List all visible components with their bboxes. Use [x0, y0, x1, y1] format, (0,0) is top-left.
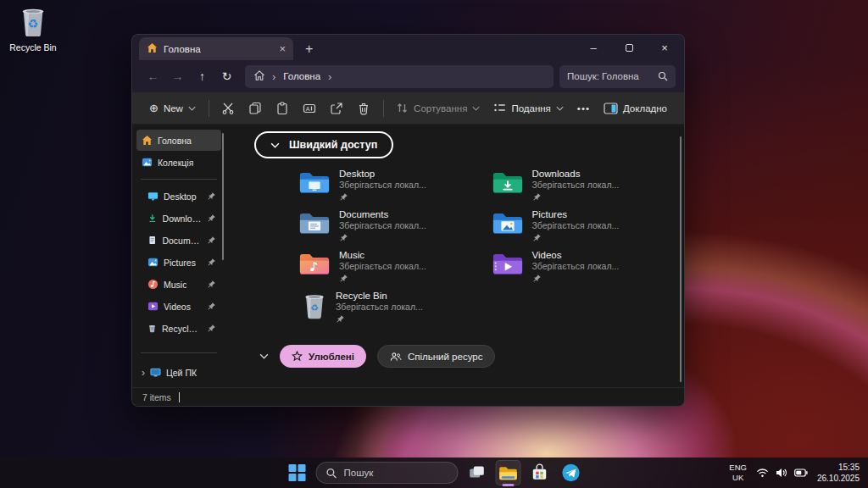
sidebar-item-home[interactable]: Головна — [136, 130, 221, 151]
favorites-row: Улюблені Спільний ресурс — [259, 345, 684, 368]
tray-icons[interactable] — [756, 468, 808, 478]
breadcrumb-separator: › — [272, 70, 275, 83]
content-scrollbar[interactable] — [680, 136, 682, 382]
search-input[interactable]: Пошук: Головна — [559, 65, 676, 88]
status-bar: 7 items — [132, 387, 684, 406]
details-pane-icon — [604, 103, 618, 114]
sidebar-item-this-pc[interactable]: › Цей ПК — [136, 362, 221, 383]
sidebar-item-recycle-bin[interactable]: ♻ Recycle Bin — [142, 318, 221, 339]
quick-access-item-videos[interactable]: Videos Зберігається локал... — [492, 250, 685, 291]
sidebar-item-downloads[interactable]: Downloads — [142, 208, 221, 229]
sidebar-item-documents[interactable]: Documents — [142, 230, 221, 251]
microsoft-store-button[interactable] — [527, 460, 553, 485]
task-view-button[interactable] — [465, 460, 490, 485]
paste-button[interactable] — [269, 97, 296, 120]
refresh-button[interactable]: ↻ — [214, 69, 239, 83]
pin-icon — [339, 192, 348, 202]
sidebar-item-gallery[interactable]: Колекція — [136, 152, 221, 173]
start-button[interactable] — [285, 460, 310, 485]
breadcrumb-path[interactable]: Головна — [283, 71, 320, 81]
svg-text:♻: ♻ — [28, 17, 39, 30]
item-name: Documents — [339, 209, 426, 219]
up-button[interactable]: ↑ — [190, 69, 214, 83]
telegram-button[interactable] — [559, 460, 584, 485]
copy-icon — [248, 102, 262, 115]
language-line2: UK — [729, 473, 747, 483]
quick-access-item-documents[interactable]: Documents Зберігається локал... — [298, 209, 492, 250]
windows-logo-icon — [289, 464, 306, 481]
close-button[interactable]: × — [647, 35, 682, 60]
tab-home[interactable]: Головна × — [139, 37, 293, 60]
wifi-icon — [756, 468, 769, 478]
tab-title: Головна — [164, 44, 273, 54]
active-app-indicator — [503, 484, 515, 486]
clock[interactable]: 15:35 26.10.2025 — [817, 462, 860, 484]
ellipsis-icon: ••• — [577, 103, 590, 114]
item-subtitle: Зберігається локал... — [339, 180, 426, 190]
rename-icon: A — [303, 102, 316, 115]
desktop-folder-icon — [298, 169, 331, 196]
svg-text:♻: ♻ — [151, 326, 154, 330]
recycle-bin-icon: ♻ — [18, 5, 48, 41]
desktop-recycle-bin[interactable]: ♻ Recycle Bin — [5, 5, 61, 53]
sidebar-divider — [141, 179, 217, 180]
sidebar-item-label: Music — [164, 280, 186, 290]
quick-access-item-recycle-bin[interactable]: ♻ Recycle Bin Зберігається локал... — [298, 291, 492, 331]
item-name: Pictures — [532, 209, 620, 219]
sidebar-item-pictures[interactable]: Pictures — [142, 252, 221, 273]
microsoft-store-icon — [530, 463, 550, 483]
maximize-button[interactable] — [611, 35, 647, 60]
new-tab-button[interactable]: + — [305, 37, 313, 60]
sidebar-item-desktop[interactable]: Desktop — [142, 186, 221, 207]
favorites-pill[interactable]: Улюблені — [280, 345, 366, 368]
sidebar-scrollbar[interactable] — [222, 133, 224, 260]
quick-access-item-pictures[interactable]: Pictures Зберігається локал... — [492, 209, 685, 250]
taskbar-search[interactable]: Пошук — [316, 462, 459, 484]
new-button[interactable]: ⊕ New — [142, 97, 203, 120]
sidebar-divider — [141, 352, 217, 353]
view-button[interactable]: Подання — [487, 97, 570, 120]
breadcrumb-separator: › — [328, 70, 331, 83]
sidebar-item-music[interactable]: Music — [142, 274, 221, 295]
chevron-down-icon[interactable] — [259, 353, 269, 359]
tab-close-icon[interactable]: × — [279, 43, 286, 54]
window-controls: – × — [576, 35, 682, 60]
share-icon — [330, 102, 343, 115]
sort-button-label: Сортування — [414, 103, 467, 114]
item-subtitle: Зберігається локал... — [339, 261, 426, 271]
rename-button[interactable]: A — [296, 97, 323, 120]
pin-icon — [532, 192, 542, 202]
cut-button[interactable] — [214, 97, 242, 120]
file-explorer-taskbar-button[interactable] — [496, 460, 521, 485]
language-indicator[interactable]: ENG UK — [729, 463, 747, 483]
minimize-button[interactable]: – — [576, 35, 611, 60]
desktop-wallpaper: ♻ Recycle Bin Головна × + – × ← — [0, 0, 868, 488]
pin-icon — [532, 233, 542, 242]
recycle-bin-icon: ♻ — [147, 323, 157, 334]
desktop-icon — [147, 191, 159, 202]
chevron-right-icon[interactable]: › — [142, 367, 145, 379]
more-options-button[interactable]: ••• — [570, 97, 597, 120]
forward-button[interactable]: → — [165, 69, 190, 83]
back-button[interactable]: ← — [141, 69, 165, 83]
quick-access-item-music[interactable]: Music Зберігається локал... — [298, 250, 492, 291]
sidebar-item-label: Recycle Bin — [162, 324, 202, 334]
sort-button[interactable]: Сортування — [389, 97, 487, 120]
trash-icon — [357, 102, 370, 115]
sidebar-item-label: Videos — [164, 302, 191, 312]
quick-access-item-desktop[interactable]: Desktop Зберігається локал... — [298, 169, 492, 209]
recycle-bin-icon: ♻ — [302, 291, 327, 319]
breadcrumb[interactable]: › Головна › — [245, 65, 554, 88]
shared-pill[interactable]: Спільний ресурс — [377, 345, 496, 368]
search-value: Пошук: Головна — [567, 71, 653, 81]
svg-text:♻: ♻ — [310, 302, 319, 313]
quick-access-header[interactable]: Швидкий доступ — [254, 131, 393, 158]
copy-button[interactable] — [242, 97, 269, 120]
delete-button[interactable] — [350, 97, 377, 120]
pin-icon — [339, 233, 348, 242]
gallery-icon — [142, 157, 153, 168]
details-pane-button[interactable]: Докладно — [597, 97, 674, 120]
sidebar-item-videos[interactable]: Videos — [142, 296, 221, 317]
quick-access-item-downloads[interactable]: Downloads Зберігається локал... — [492, 169, 685, 209]
share-button[interactable] — [323, 97, 350, 120]
